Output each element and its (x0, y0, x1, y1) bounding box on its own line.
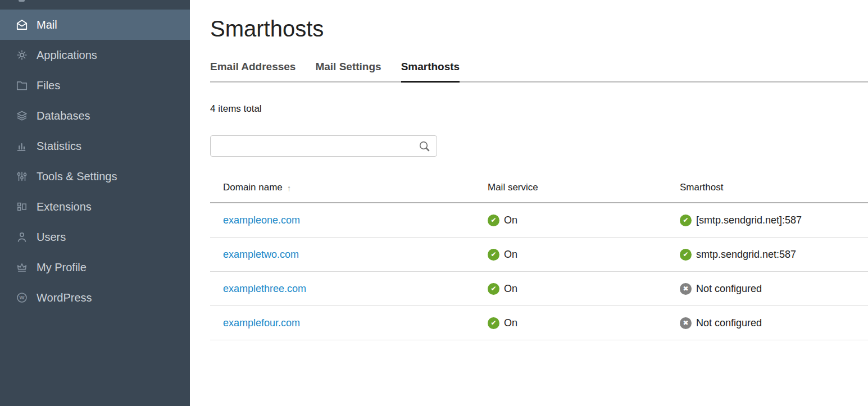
domain-link[interactable]: exampleone.com (223, 215, 300, 226)
tab-email-addresses[interactable]: Email Addresses (210, 61, 296, 81)
tools-settings-icon (16, 170, 28, 183)
applications-icon (16, 49, 28, 61)
sidebar-item-label: WordPress (37, 291, 92, 304)
sidebar-item-label: Users (37, 231, 66, 244)
sidebar-item-tools-settings[interactable]: Tools & Settings (0, 161, 190, 191)
sidebar-item-mail[interactable]: Mail (0, 10, 190, 40)
column-header-mail-service: Mail service (488, 182, 680, 193)
sidebar-item-files[interactable]: Files (0, 70, 190, 101)
mail-service-label: On (504, 317, 517, 329)
sidebar-menu: Mail Applications Files Databases Statis (0, 0, 190, 313)
search-button[interactable] (417, 139, 432, 154)
my-profile-icon (16, 261, 28, 273)
sidebar-item-statistics[interactable]: Statistics (0, 131, 190, 161)
smarthost-status-icon (680, 249, 692, 261)
mail-service-status-icon (488, 283, 499, 295)
smarthost-status-icon (680, 215, 692, 226)
table-row: examplethree.com On Not configured (210, 272, 868, 306)
smarthost-cell: smtp.sendgrid.net:587 (680, 249, 868, 261)
smarthosts-table: Domain name ↑ Mail service Smarthost exa… (210, 173, 868, 340)
smarthost-label: [smtp.sendgrid.net]:587 (696, 215, 802, 226)
smarthost-status-icon (680, 283, 692, 295)
mail-service-label: On (504, 215, 517, 226)
search-input[interactable] (210, 135, 437, 157)
mail-service-cell: On (488, 249, 680, 261)
sidebar-item-extensions[interactable]: Extensions (0, 191, 190, 222)
table-header: Domain name ↑ Mail service Smarthost (210, 173, 868, 203)
table-row: exampleone.com On [smtp.sendgrid.net]:58… (210, 203, 868, 238)
mail-icon (16, 19, 28, 31)
users-icon (16, 231, 28, 243)
domain-link[interactable]: examplethree.com (223, 283, 306, 295)
mail-service-cell: On (488, 283, 680, 295)
column-header-domain-name[interactable]: Domain name ↑ (223, 182, 291, 193)
statistics-icon (16, 140, 28, 152)
tab-mail-settings[interactable]: Mail Settings (315, 61, 381, 81)
search-box (210, 135, 437, 157)
files-icon (16, 79, 28, 92)
sidebar-item-applications[interactable]: Applications (0, 40, 190, 70)
domain-link[interactable]: examplefour.com (223, 317, 300, 329)
smarthost-label: smtp.sendgrid.net:587 (696, 249, 796, 261)
sidebar-item-wordpress[interactable]: W WordPress (0, 282, 190, 313)
extensions-icon (16, 200, 28, 213)
svg-text:W: W (20, 294, 25, 300)
main-content: Smarthosts Email Addresses Mail Settings… (190, 0, 868, 406)
sidebar-item-label: Mail (37, 19, 57, 31)
smarthost-label: Not configured (696, 317, 762, 329)
sidebar-item-label: Databases (37, 110, 90, 122)
sort-asc-icon: ↑ (287, 183, 292, 193)
sidebar-item-label: Extensions (37, 200, 92, 213)
smarthost-cell: Not configured (680, 317, 868, 329)
sidebar-item-label: Statistics (37, 140, 81, 153)
items-total-label: 4 items total (210, 103, 868, 115)
table-body: exampleone.com On [smtp.sendgrid.net]:58… (210, 203, 868, 340)
wordpress-icon: W (16, 291, 28, 304)
smarthost-cell: [smtp.sendgrid.net]:587 (680, 215, 868, 226)
column-header-smarthost: Smarthost (680, 182, 868, 193)
databases-icon (16, 110, 28, 122)
mail-service-label: On (504, 283, 517, 295)
table-row: exampletwo.com On smtp.sendgrid.net:587 (210, 238, 868, 272)
mail-service-status-icon (488, 249, 499, 261)
mail-service-label: On (504, 249, 517, 261)
sidebar-item-label: Applications (37, 49, 97, 62)
page-title: Smarthosts (210, 15, 868, 43)
mail-service-status-icon (488, 215, 499, 226)
sidebar-item-databases[interactable]: Databases (0, 101, 190, 131)
smarthost-status-icon (680, 317, 692, 329)
sidebar-item-label: Files (37, 79, 60, 92)
domain-link[interactable]: exampletwo.com (223, 249, 299, 261)
table-row: examplefour.com On Not configured (210, 306, 868, 340)
smarthost-label: Not configured (696, 283, 762, 295)
search-icon (418, 140, 431, 153)
mail-service-cell: On (488, 317, 680, 329)
smarthost-cell: Not configured (680, 283, 868, 295)
partial-icon-sliver (19, 0, 25, 2)
sidebar-item-label: My Profile (37, 261, 87, 274)
mail-service-status-icon (488, 317, 499, 329)
sidebar-item-my-profile[interactable]: My Profile (0, 252, 190, 282)
sidebar: Mail Applications Files Databases Statis (0, 0, 190, 406)
sidebar-item-users[interactable]: Users (0, 222, 190, 252)
tab-bar: Email Addresses Mail Settings Smarthosts (210, 61, 868, 83)
tab-smarthosts[interactable]: Smarthosts (401, 61, 460, 83)
mail-service-cell: On (488, 215, 680, 226)
sidebar-item-label: Tools & Settings (37, 170, 117, 183)
